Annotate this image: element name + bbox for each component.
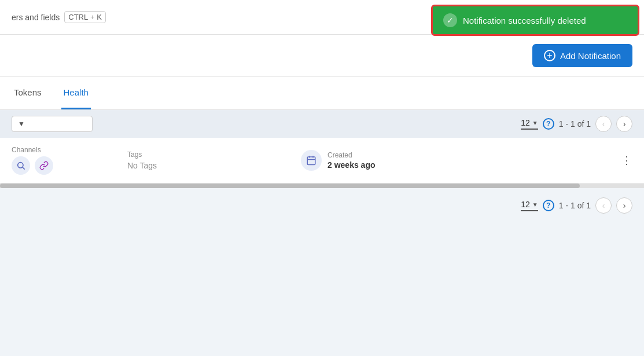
page-size-arrow-top: ▼	[532, 120, 538, 126]
prev-page-button-bottom[interactable]: ‹	[595, 197, 612, 214]
svg-rect-2	[307, 157, 315, 165]
svg-point-0	[18, 163, 23, 168]
created-value: 2 weeks ago	[327, 160, 376, 170]
next-page-button-bottom[interactable]: ›	[616, 197, 632, 214]
toast-message: Notification successfully deleted	[463, 16, 586, 25]
created-info: Created 2 weeks ago	[327, 151, 376, 170]
page-size-selector-top[interactable]: 12 ▼	[521, 118, 538, 130]
svg-line-1	[23, 167, 25, 170]
bottom-controls: 12 ▼ ? 1 - 1 of 1 ‹ ›	[0, 188, 644, 223]
add-notification-button[interactable]: + Add Notification	[532, 44, 632, 67]
scrollbar-thumb[interactable]	[0, 183, 580, 188]
data-table: Channels Tags No Tags	[0, 138, 644, 183]
cell-actions: ⋮	[609, 154, 632, 167]
horizontal-scrollbar[interactable]	[0, 183, 644, 188]
page-size-value-bottom: 12	[521, 200, 530, 209]
table-controls-top: ▼ 12 ▼ ? 1 - 1 of 1 ‹ ›	[0, 110, 644, 138]
tags-value: No Tags	[127, 161, 301, 170]
pagination-controls-top: 12 ▼ ? 1 - 1 of 1 ‹ ›	[521, 116, 632, 132]
filter-dropdown[interactable]: ▼	[12, 116, 93, 132]
action-bar: + Add Notification	[0, 35, 644, 77]
success-toast: ✓ Notification successfully deleted	[431, 5, 639, 36]
page-size-value-top: 12	[521, 118, 530, 127]
search-text: ers and fields	[12, 13, 60, 22]
dropdown-arrow-icon: ▼	[18, 120, 25, 128]
created-label: Created	[327, 151, 376, 159]
help-icon-bottom[interactable]: ?	[543, 200, 554, 211]
cell-tags: Tags No Tags	[127, 151, 301, 170]
created-area: Created 2 weeks ago	[301, 150, 609, 171]
channel-search-icon	[12, 156, 30, 175]
page-size-selector-bottom[interactable]: 12 ▼	[521, 200, 538, 211]
cell-channels: Channels	[12, 146, 127, 175]
shortcut-plus: +	[90, 13, 94, 21]
next-page-button-top[interactable]: ›	[616, 116, 632, 132]
top-bar: ers and fields CTRL + K ✓ Notification s…	[0, 0, 644, 35]
toast-check-icon: ✓	[443, 13, 457, 27]
keyboard-shortcut-badge: CTRL + K	[64, 11, 106, 23]
channel-icons	[12, 156, 127, 175]
channel-webhook-icon	[35, 156, 53, 175]
help-icon-top[interactable]: ?	[543, 118, 554, 130]
prev-page-button-top[interactable]: ‹	[595, 116, 612, 132]
add-notification-label: Add Notification	[560, 51, 621, 61]
col-label-tags: Tags	[127, 151, 301, 159]
table-row: Channels Tags No Tags	[0, 138, 644, 183]
tab-tokens[interactable]: Tokens	[12, 77, 44, 109]
cell-created: Created 2 weeks ago	[301, 150, 609, 171]
plus-circle-icon: +	[544, 50, 555, 61]
col-label-channels: Channels	[12, 146, 127, 154]
page-info-top: 1 - 1 of 1	[559, 119, 591, 129]
tabs-area: Tokens Health	[0, 77, 644, 110]
tab-health[interactable]: Health	[61, 77, 91, 109]
more-options-button[interactable]: ⋮	[621, 154, 632, 167]
page-info-bottom: 1 - 1 of 1	[559, 201, 591, 210]
search-area: ers and fields CTRL + K	[12, 11, 106, 23]
calendar-icon	[301, 150, 322, 171]
shortcut-ctrl: CTRL	[68, 13, 88, 21]
page-size-arrow-bottom: ▼	[532, 201, 538, 208]
shortcut-key: K	[97, 13, 102, 21]
